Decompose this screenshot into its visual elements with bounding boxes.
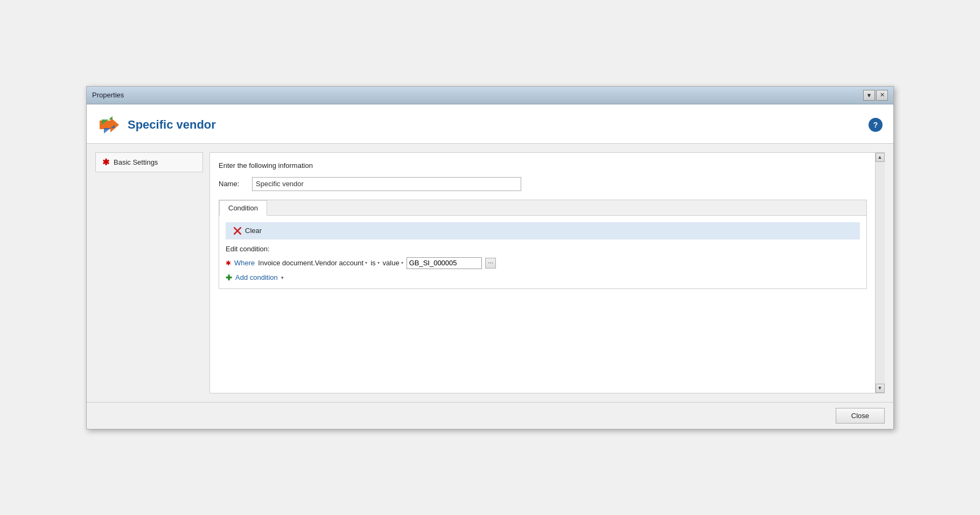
- dialog-body: ✱ Basic Settings Enter the following inf…: [87, 144, 893, 402]
- condition-row: ✱ Where Invoice document.Vendor account …: [226, 257, 860, 269]
- scroll-down-button[interactable]: ▼: [876, 384, 885, 393]
- clear-label: Clear: [245, 227, 262, 235]
- add-condition-row[interactable]: ✚ Add condition ▾: [226, 273, 860, 282]
- main-content: Enter the following information Name: Co…: [209, 152, 885, 393]
- header-icon: [97, 113, 121, 137]
- value-type-dropdown[interactable]: value ▾: [383, 259, 403, 267]
- scrollbar: ▲ ▼: [875, 153, 884, 393]
- dialog-header-left: Specific vendor: [97, 113, 216, 137]
- name-input[interactable]: [252, 177, 521, 191]
- where-link[interactable]: Where: [234, 259, 255, 267]
- title-bar-buttons: ▼ ✕: [863, 90, 888, 101]
- operator-label: is: [370, 259, 375, 267]
- field-label: Invoice document.Vendor account: [258, 259, 363, 267]
- help-icon[interactable]: ?: [869, 118, 883, 132]
- operator-dropdown-arrow: ▾: [377, 260, 380, 265]
- title-bar: Properties ▼ ✕: [87, 87, 893, 104]
- tab-condition[interactable]: Condition: [219, 200, 267, 216]
- scroll-up-button[interactable]: ▲: [876, 153, 885, 162]
- condition-value-input[interactable]: [407, 257, 482, 269]
- close-button[interactable]: Close: [836, 408, 885, 424]
- tab-content: Clear Edit condition: ✱ Where Invoice do…: [219, 216, 866, 288]
- dialog-header: Specific vendor ?: [87, 104, 893, 144]
- add-condition-arrow: ▾: [281, 275, 284, 280]
- x-icon: [233, 227, 242, 235]
- clear-button[interactable]: Clear: [231, 225, 264, 236]
- add-icon: ✚: [226, 273, 232, 282]
- dialog-header-title: Specific vendor: [128, 118, 216, 132]
- dialog-footer: Close: [87, 402, 893, 429]
- tabs-container: Condition: [219, 200, 867, 289]
- name-row: Name:: [219, 177, 867, 191]
- scroll-track: [876, 162, 885, 384]
- name-label: Name:: [219, 180, 246, 188]
- properties-dialog: Properties ▼ ✕ Specific vendor ?: [86, 86, 894, 429]
- add-condition-label[interactable]: Add condition: [235, 273, 278, 281]
- title-bar-left: Properties: [92, 91, 124, 99]
- dialog-title: Properties: [92, 91, 124, 99]
- value-type-label: value: [383, 259, 400, 267]
- field-dropdown-arrow: ▾: [365, 260, 367, 265]
- section-title: Enter the following information: [219, 161, 867, 170]
- lookup-button[interactable]: ⋯: [485, 258, 496, 269]
- sidebar: ✱ Basic Settings: [95, 152, 203, 393]
- lookup-icon: ⋯: [488, 260, 493, 266]
- dropdown-button[interactable]: ▼: [863, 90, 875, 101]
- where-asterisk-icon: ✱: [226, 259, 231, 267]
- operator-dropdown[interactable]: is ▾: [370, 259, 379, 267]
- toolbar-row: Clear: [226, 222, 860, 239]
- sidebar-item-label: Basic Settings: [114, 158, 158, 166]
- field-dropdown[interactable]: Invoice document.Vendor account ▾: [258, 259, 367, 267]
- sidebar-item-basic-settings[interactable]: ✱ Basic Settings: [95, 152, 203, 172]
- asterisk-icon: ✱: [102, 157, 109, 167]
- close-title-button[interactable]: ✕: [876, 90, 888, 101]
- tab-bar: Condition: [219, 200, 866, 216]
- edit-condition-label: Edit condition:: [226, 245, 860, 253]
- value-type-dropdown-arrow: ▾: [401, 260, 403, 265]
- inner-content: Enter the following information Name: Co…: [210, 153, 884, 393]
